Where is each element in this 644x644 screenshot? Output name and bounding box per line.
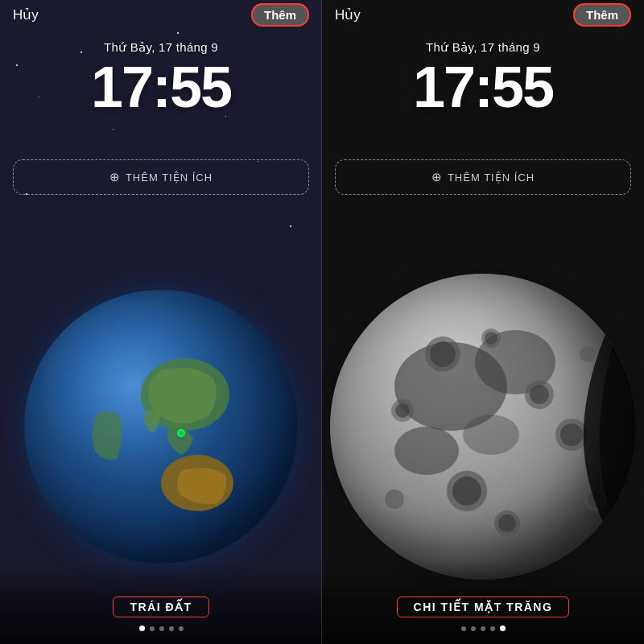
svg-point-20 — [580, 346, 596, 362]
svg-point-15 — [395, 403, 410, 418]
rdot-3 — [481, 626, 485, 631]
panel-divider — [321, 0, 322, 644]
dot-1 — [139, 625, 145, 631]
left-nav-bar: Hủy Thêm — [0, 0, 322, 29]
svg-point-7 — [463, 415, 519, 455]
rdot-2 — [471, 626, 476, 631]
left-add-widget-button[interactable]: ⊕ THÊM TIỆN ÍCH — [13, 159, 309, 195]
svg-point-11 — [530, 385, 549, 404]
svg-point-3 — [179, 431, 184, 436]
left-widget-label: THÊM TIỆN ÍCH — [126, 171, 213, 184]
dot-3 — [159, 626, 164, 631]
dot-5 — [179, 626, 184, 631]
svg-point-6 — [394, 427, 459, 475]
rdot-1 — [461, 626, 466, 631]
right-time: 17:55 — [413, 58, 553, 116]
earth-sphere — [24, 290, 298, 564]
right-add-button[interactable]: Thêm — [573, 3, 631, 27]
left-add-button[interactable]: Thêm — [251, 3, 309, 27]
svg-point-19 — [485, 332, 497, 345]
right-bottom-label: CHI TIẾT MẶT TRĂNG — [322, 564, 644, 644]
svg-point-9 — [430, 341, 456, 367]
rdot-4 — [490, 626, 495, 631]
right-cancel-button[interactable]: Hủy — [335, 6, 361, 23]
svg-point-17 — [560, 423, 583, 446]
rdot-5 — [500, 625, 506, 631]
left-date: Thứ Bảy, 17 tháng 9 — [104, 40, 218, 55]
dot-2 — [150, 626, 155, 631]
svg-point-22 — [498, 514, 516, 532]
moon-globe — [330, 274, 636, 580]
earth-panel: Hủy Thêm Thứ Bảy, 17 tháng 9 17:55 ⊕ THÊ… — [0, 0, 322, 644]
moon-sphere — [330, 274, 636, 580]
earth-globe — [24, 290, 298, 564]
right-widget-label: THÊM TIỆN ÍCH — [448, 171, 535, 184]
plus-icon: ⊕ — [109, 170, 121, 184]
right-wallpaper-name: CHI TIẾT MẶT TRĂNG — [397, 597, 570, 617]
moon-panel: Hủy Thêm Thứ Bảy, 17 tháng 9 17:55 ⊕ THÊ… — [322, 0, 644, 644]
right-date: Thứ Bảy, 17 tháng 9 — [426, 40, 540, 55]
left-dots-row — [139, 625, 184, 631]
right-datetime: Thứ Bảy, 17 tháng 9 17:55 — [322, 34, 644, 116]
left-bottom-label: TRÁI ĐẤT — [0, 564, 322, 644]
left-cancel-button[interactable]: Hủy — [13, 6, 39, 23]
right-add-widget-button[interactable]: ⊕ THÊM TIỆN ÍCH — [335, 159, 631, 195]
svg-point-23 — [385, 489, 404, 509]
left-wallpaper-name: TRÁI ĐẤT — [113, 597, 208, 617]
right-dots-row — [461, 625, 506, 631]
left-time: 17:55 — [91, 58, 231, 116]
plus-icon-right: ⊕ — [431, 170, 443, 184]
right-nav-bar: Hủy Thêm — [322, 0, 644, 29]
dot-4 — [169, 626, 174, 631]
svg-point-13 — [452, 477, 481, 506]
left-datetime: Thứ Bảy, 17 tháng 9 17:55 — [0, 34, 322, 116]
